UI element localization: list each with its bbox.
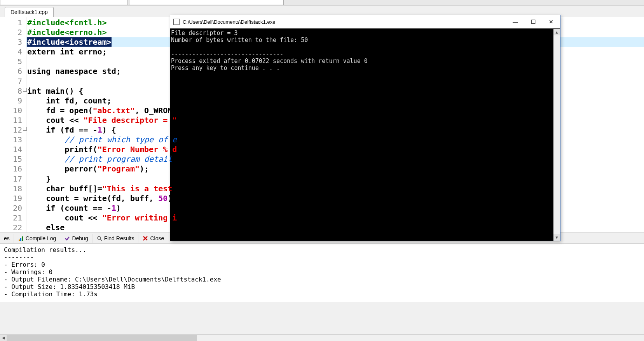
line-number: 13 [0, 135, 26, 145]
code-line[interactable]: perror("Program"); [26, 164, 644, 174]
code-token: #include<errno.h> [27, 28, 107, 37]
code-token: "File descriptor = " [84, 115, 177, 125]
code-token: using namespace [27, 66, 102, 76]
code-token [27, 154, 65, 164]
code-line[interactable] [26, 57, 644, 66]
code-line[interactable]: // print which type of e [26, 135, 644, 145]
line-number: 14 [0, 145, 26, 154]
code-token: (count == - [60, 203, 111, 213]
code-line[interactable]: extern int errno; [26, 47, 644, 57]
horizontal-scrollbar[interactable]: ◀ [0, 334, 644, 341]
code-line[interactable] [26, 77, 644, 86]
tab-compile-log[interactable]: Compile Log [14, 234, 61, 243]
code-token [27, 125, 46, 135]
compile-log-icon [18, 235, 24, 241]
toolbar-dropdown-1[interactable] [0, 0, 128, 5]
code-token: int [46, 96, 65, 105]
code-token: buff[]= [69, 184, 102, 193]
code-token: printf( [27, 145, 98, 154]
code-line[interactable]: cout << "File descriptor = " [26, 115, 644, 125]
line-number: 21 [0, 213, 26, 223]
code-token: fd = open( [27, 106, 93, 115]
code-token [27, 203, 46, 213]
code-line[interactable]: else [26, 223, 644, 233]
output-size: - Output Size: 1.83540153503418 MiB [4, 283, 135, 290]
code-token: // print program detail [65, 154, 172, 164]
output-sep: -------- [4, 254, 34, 261]
output-warnings: - Warnings: 0 [4, 268, 52, 276]
line-number: 12− [0, 125, 26, 135]
line-number: 19 [0, 194, 26, 203]
tab-label: Compile Log [26, 235, 56, 241]
tab-label: es [4, 235, 10, 241]
output-time: - Compilation Time: 1.73s [4, 290, 98, 298]
code-line[interactable]: // print program detail [26, 154, 644, 164]
line-number: 2 [0, 28, 26, 37]
code-line[interactable]: #include<fcntl.h> [26, 18, 644, 28]
code-line[interactable]: char buff[]="This is a test [26, 184, 644, 194]
code-token [27, 96, 46, 105]
code-token [27, 223, 46, 232]
file-tab-active[interactable]: Delftstack1.cpp [5, 7, 54, 17]
tab-label: Debug [72, 235, 88, 241]
code-token: char [46, 184, 69, 193]
line-number: 8− [0, 86, 26, 96]
svg-rect-2 [22, 236, 23, 241]
line-number: 9 [0, 96, 26, 106]
line-number: 18 [0, 184, 26, 194]
code-token: // print which type of e [65, 135, 177, 144]
tab-debug[interactable]: Debug [60, 234, 92, 243]
code-line[interactable]: count = write(fd, buff, 50); [26, 194, 644, 203]
line-number: 22 [0, 223, 26, 233]
code-line[interactable]: #include<iostream> [26, 37, 644, 47]
code-token [27, 135, 65, 144]
debug-icon [64, 235, 70, 241]
code-line[interactable]: printf("Error Number % d [26, 145, 644, 154]
compiler-output-panel[interactable]: Compilation results... -------- - Errors… [0, 243, 644, 302]
code-editor[interactable]: #include<fcntl.h>#include<errno.h>#inclu… [26, 17, 644, 233]
code-line[interactable]: cout << "Error writing i [26, 213, 644, 223]
code-line[interactable]: int fd, count; [26, 96, 644, 106]
code-token: main() { [46, 86, 83, 96]
top-toolbar [0, 0, 644, 6]
code-line[interactable]: fd = open("abc.txt", O_WRONL [26, 106, 644, 115]
line-number: 1 [0, 18, 26, 28]
line-number: 3 [0, 37, 26, 47]
code-token: std; [102, 66, 121, 76]
line-number: 7 [0, 77, 26, 86]
line-number: 15 [0, 154, 26, 164]
code-token: count = write(fd, buff, [27, 194, 158, 203]
tab-close[interactable]: Close [138, 234, 168, 243]
tab-find-results[interactable]: Find Results [92, 234, 139, 243]
svg-rect-1 [20, 238, 21, 241]
code-line[interactable]: int main() { [26, 86, 644, 96]
code-token: errno; [79, 47, 106, 56]
tab-resources-partial[interactable]: es [0, 234, 14, 243]
code-token: "This is a test [102, 184, 173, 193]
code-token: fd, count; [65, 96, 111, 105]
svg-point-3 [98, 236, 101, 240]
code-token: 1 [112, 203, 116, 213]
scrollbar-thumb[interactable] [7, 335, 197, 341]
code-line[interactable]: using namespace std; [26, 66, 644, 76]
code-token: int [27, 86, 46, 96]
code-line[interactable]: if (count == -1) [26, 203, 644, 213]
tab-label: Close [150, 235, 164, 241]
code-line[interactable]: } [26, 174, 644, 184]
toolbar-dropdown-2[interactable] [129, 0, 284, 5]
code-token: if [46, 203, 60, 213]
code-token: if [46, 125, 60, 135]
code-token: } [27, 174, 51, 184]
code-token: cout << [27, 213, 102, 222]
code-line[interactable]: if (fd == -1) { [26, 125, 644, 135]
code-token: "Error Number % d [98, 145, 177, 154]
scroll-left-arrow[interactable]: ◀ [0, 335, 7, 341]
line-number: 10 [0, 106, 26, 115]
code-token: cout << [27, 115, 84, 125]
code-line[interactable]: #include<errno.h> [26, 28, 644, 37]
code-token: perror( [27, 164, 98, 173]
code-token: "abc.txt" [93, 106, 135, 115]
scroll-down-arrow[interactable]: ▼ [553, 234, 560, 241]
code-token: #include<fcntl.h> [27, 18, 107, 27]
code-token: else [46, 223, 65, 232]
